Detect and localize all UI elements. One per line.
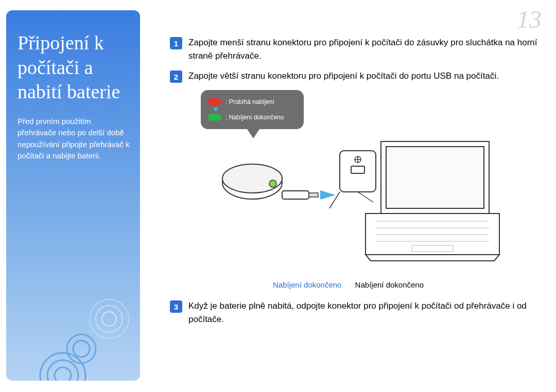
status-done-label: : Nabíjení dokončeno <box>225 114 284 121</box>
decorative-circles-icon <box>32 273 140 381</box>
step-badge-icon: 2 <box>170 70 182 83</box>
svg-point-6 <box>47 360 78 381</box>
svg-rect-11 <box>282 191 309 199</box>
sidebar-title: Připojení k počítači a nabití baterie <box>18 31 130 104</box>
svg-point-1 <box>96 306 123 332</box>
svg-marker-23 <box>366 213 499 255</box>
status-charging: : Probíhá nabíjení <box>208 98 297 105</box>
svg-marker-13 <box>320 190 336 200</box>
svg-point-9 <box>222 164 282 193</box>
page-number: 13 <box>517 5 542 33</box>
step-2: 2 Zapojte větší stranu konektoru pro při… <box>170 69 541 83</box>
svg-marker-24 <box>366 255 499 261</box>
caption-black: Nabíjení dokončeno <box>355 280 424 289</box>
step-3: 3 Když je baterie plně nabitá, odpojte k… <box>170 299 541 326</box>
charging-status-callout: : Probíhá nabíjení : Nabíjení dokončeno <box>201 90 304 129</box>
status-red-pill-icon <box>208 98 221 105</box>
svg-rect-12 <box>309 193 318 197</box>
svg-point-10 <box>269 180 276 187</box>
step-text: Zapojte menší stranu konektoru pro připo… <box>188 36 541 62</box>
svg-rect-15 <box>351 166 364 173</box>
main-content: 1 Zapojte menší stranu konektoru pro při… <box>170 36 541 333</box>
svg-point-3 <box>67 334 96 363</box>
status-charging-label: : Probíhá nabíjení <box>225 98 274 105</box>
step-badge-icon: 1 <box>170 37 182 49</box>
status-done: : Nabíjení dokončeno <box>208 114 297 121</box>
svg-line-19 <box>358 192 373 202</box>
sidebar-description: Před prvním použitím přehrávače nebo po … <box>18 116 130 162</box>
step-badge-icon: 3 <box>170 300 182 313</box>
step-text: Když je baterie plně nabitá, odpojte kon… <box>188 299 541 326</box>
step-text: Zapojte větší stranu konektoru pro připo… <box>188 69 499 83</box>
svg-point-7 <box>55 367 71 381</box>
sidebar: Připojení k počítači a nabití baterie Př… <box>6 10 140 381</box>
diagram: : Probíhá nabíjení : Nabíjení dokončeno <box>180 90 510 289</box>
step-1: 1 Zapojte menší stranu konektoru pro při… <box>170 36 541 62</box>
device-laptop-illustration-icon <box>185 126 505 275</box>
caption-blue: Nabíjení dokončeno <box>273 280 341 289</box>
diagram-caption: Nabíjení dokončeno Nabíjení dokončeno <box>273 280 510 289</box>
svg-point-2 <box>102 312 116 326</box>
svg-point-4 <box>73 341 90 357</box>
status-green-pill-icon <box>208 114 221 121</box>
svg-marker-22 <box>386 147 484 208</box>
arrow-down-icon <box>213 108 218 112</box>
